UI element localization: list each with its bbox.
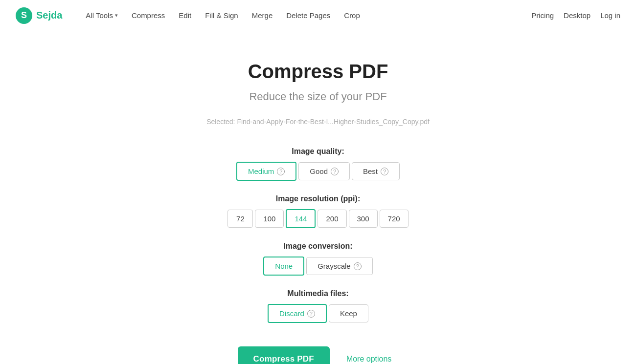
image-conversion-buttons: None Grayscale ? (262, 257, 373, 276)
compress-pdf-button[interactable]: Compress PDF (238, 346, 330, 364)
selected-file-label: Selected: Find-and-Apply-For-the-Best-I.… (206, 118, 430, 126)
more-options-button[interactable]: More options (340, 350, 399, 364)
nav-compress[interactable]: Compress (126, 7, 171, 23)
image-quality-buttons: Medium ? Good ? Best ? (235, 162, 401, 181)
nav-delete-pages[interactable]: Delete Pages (280, 7, 336, 23)
help-icon: ? (354, 262, 362, 270)
image-resolution-label: Image resolution (ppi): (276, 194, 360, 203)
multimedia-keep-button[interactable]: Keep (329, 304, 368, 322)
nav-all-tools[interactable]: All Tools ▾ (80, 7, 124, 23)
page-title: Compress PDF (248, 61, 388, 83)
conversion-none-button[interactable]: None (263, 257, 304, 276)
image-quality-group: Image quality: Medium ? Good ? Best ? (235, 147, 401, 181)
image-conversion-group: Image conversion: None Grayscale ? (262, 242, 373, 276)
logo-text: Sejda (36, 10, 62, 21)
nav-fill-sign[interactable]: Fill & Sign (199, 7, 244, 23)
nav-desktop[interactable]: Desktop (564, 11, 591, 20)
quality-medium-button[interactable]: Medium ? (236, 162, 296, 181)
help-icon: ? (331, 168, 339, 175)
multimedia-files-label: Multimedia files: (287, 289, 348, 298)
nav-right: Pricing Desktop Log in (531, 11, 620, 20)
resolution-72-button[interactable]: 72 (227, 210, 253, 228)
resolution-300-button[interactable]: 300 (349, 210, 378, 228)
nav-merge[interactable]: Merge (246, 7, 279, 23)
nav-pricing[interactable]: Pricing (531, 11, 554, 20)
multimedia-discard-button[interactable]: Discard ? (268, 304, 327, 323)
main-content: Compress PDF Reduce the size of your PDF… (0, 31, 636, 364)
navbar: S Sejda All Tools ▾ Compress Edit Fill &… (0, 0, 636, 31)
resolution-144-button[interactable]: 144 (286, 209, 316, 228)
multimedia-files-group: Multimedia files: Discard ? Keep (267, 289, 369, 323)
quality-best-button[interactable]: Best ? (352, 162, 400, 180)
resolution-100-button[interactable]: 100 (255, 210, 284, 228)
conversion-grayscale-button[interactable]: Grayscale ? (306, 257, 373, 275)
page-subtitle: Reduce the size of your PDF (249, 90, 386, 103)
multimedia-files-buttons: Discard ? Keep (267, 304, 369, 323)
action-row: Compress PDF More options (238, 346, 399, 364)
quality-good-button[interactable]: Good ? (298, 162, 350, 180)
options-container: Image quality: Medium ? Good ? Best ? Im… (0, 147, 636, 323)
resolution-720-button[interactable]: 720 (380, 210, 409, 228)
image-conversion-label: Image conversion: (283, 242, 352, 251)
nav-crop[interactable]: Crop (338, 7, 366, 23)
help-icon: ? (277, 168, 285, 175)
image-resolution-group: Image resolution (ppi): 72 100 144 200 3… (227, 194, 409, 228)
logo-link[interactable]: S Sejda (16, 7, 62, 24)
chevron-down-icon: ▾ (115, 12, 118, 19)
resolution-200-button[interactable]: 200 (318, 210, 346, 228)
nav-login[interactable]: Log in (600, 11, 620, 20)
help-icon: ? (307, 310, 315, 318)
image-resolution-buttons: 72 100 144 200 300 720 (227, 209, 409, 228)
image-quality-label: Image quality: (292, 147, 344, 156)
nav-links: All Tools ▾ Compress Edit Fill & Sign Me… (80, 7, 531, 23)
logo-icon: S (16, 7, 32, 24)
nav-edit[interactable]: Edit (173, 7, 197, 23)
help-icon: ? (381, 168, 388, 175)
